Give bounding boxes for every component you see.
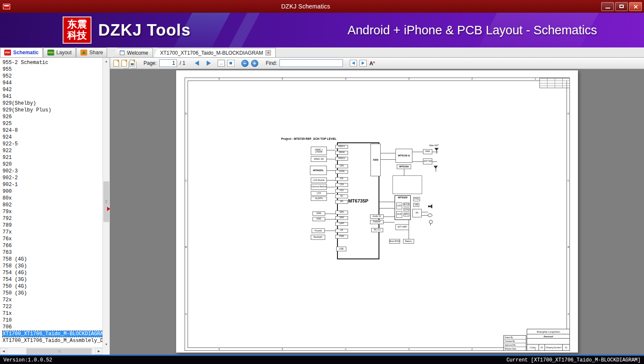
sidebar-item[interactable]: 920 (0, 161, 102, 168)
sidebar-item[interactable]: 924-8 (0, 127, 102, 134)
sidebar-item[interactable]: 750 (3G) (0, 290, 102, 297)
sidebar-list: 955-2 Schematic955952944942941929(Shelby… (0, 58, 102, 347)
wire (384, 222, 395, 222)
sidebar-item[interactable]: XT1700_XT1706_Taido_M_Assmblely_Drawin (0, 337, 102, 344)
headset-icon (428, 220, 433, 226)
find-input[interactable] (279, 59, 343, 67)
copy-region-icon[interactable] (130, 60, 135, 67)
current-file-text: Current [XT1700_XT1706_Taido_M-BLOCKDIAG… (506, 357, 641, 363)
sidebar-item[interactable]: 763 (0, 249, 102, 256)
copy-image-icon[interactable] (113, 60, 119, 67)
match-case-icon[interactable]: Aa (369, 61, 375, 66)
sidebar-item[interactable]: 710 (0, 317, 102, 324)
schematic-sidebar: 955-2 Schematic955952944942941929(Shelby… (0, 58, 110, 355)
sidebar-item[interactable]: 792 (0, 215, 102, 222)
sidebar-item[interactable]: 924 (0, 134, 102, 141)
find-previous-icon[interactable] (350, 60, 357, 67)
mt6158-block: MT6158 & (395, 149, 412, 163)
sidebar-item[interactable]: 758 (4G) (0, 256, 102, 263)
next-page-icon[interactable] (207, 61, 211, 66)
sidebar-item[interactable]: 80x (0, 195, 102, 202)
sidebar-item[interactable]: 941 (0, 93, 102, 100)
sidebar-item[interactable]: 929(Shelby) (0, 100, 102, 107)
sidebar-item[interactable]: 921 (0, 154, 102, 161)
sidebar-item[interactable]: 955 (0, 66, 102, 73)
scroll-right-icon[interactable]: ▶ (95, 348, 102, 355)
title-bar: DZKJ Schematics (0, 0, 644, 13)
tab-close-icon[interactable]: × (265, 50, 271, 56)
zoom-in-icon[interactable]: + (251, 60, 258, 67)
sidebar-item[interactable]: 722 (0, 303, 102, 310)
minimize-button[interactable] (601, 2, 614, 11)
find-next-icon[interactable] (359, 60, 367, 67)
sidebar-item[interactable]: 902-2 (0, 175, 102, 181)
sidebar-item[interactable]: 766 (0, 242, 102, 249)
sidebar-item[interactable]: 754 (4G) (0, 270, 102, 276)
welcome-icon (120, 50, 124, 55)
field-checked-by: Checked By (504, 339, 526, 343)
sidebar-item[interactable]: 802 (0, 202, 102, 208)
doc-tab-welcome[interactable]: Welcome (113, 48, 153, 57)
scroll-up-icon[interactable]: ▲ (103, 58, 110, 64)
sidebar-item[interactable]: 706 (0, 324, 102, 331)
sidebar-item[interactable]: 76x (0, 236, 102, 242)
sidebar-item[interactable]: 902-3 (0, 168, 102, 175)
sidebar-item[interactable]: 789 (0, 222, 102, 229)
close-button[interactable] (629, 2, 642, 11)
sidebar-item[interactable]: 922-5 (0, 141, 102, 147)
sidebar-item[interactable]: 750 (4G) (0, 283, 102, 290)
zoom-out-icon[interactable]: − (241, 60, 249, 67)
sidebar-item[interactable]: 77x (0, 229, 102, 236)
horizontal-scroll-thumb[interactable] (26, 348, 92, 354)
sim1-block: SIM1 (312, 211, 325, 216)
sidebar-item[interactable]: 944 (0, 80, 102, 86)
sidebar-item[interactable]: 758 (3G) (0, 263, 102, 270)
copy-page-icon[interactable] (122, 60, 127, 67)
page-number-input[interactable] (159, 59, 177, 67)
doc-tab-blockdiagram[interactable]: XT1700_XT1706_Taido_M-BLOCKDIAGRAM × (154, 48, 276, 57)
horizontal-scrollbar[interactable]: ◀ ▶ (0, 347, 102, 355)
sidebar-item[interactable]: 71x (0, 310, 102, 317)
size-cell: A0 (539, 345, 545, 350)
sidebar-item[interactable]: 754 (3G) (0, 276, 102, 283)
prev-page-icon[interactable] (195, 61, 199, 66)
maximize-button[interactable] (615, 2, 628, 11)
sidebar-item[interactable]: 900 (0, 188, 102, 195)
tab-layout[interactable]: PADS Layout (43, 47, 76, 57)
sidebar-item[interactable]: 925 (0, 120, 102, 127)
tab-schematic-label: Schematic (13, 50, 39, 56)
scroll-down-icon[interactable]: ▼ (103, 341, 110, 347)
ctp-block: CTP (311, 191, 327, 196)
div-antenna (434, 166, 438, 172)
wire (379, 153, 395, 153)
sidebar-item[interactable]: 952 (0, 73, 102, 80)
fit-width-icon[interactable]: ↔ (218, 60, 225, 67)
maximize-icon (619, 5, 624, 8)
document-canvas[interactable]: Shanghai Longcheer Aerosol <Code> A0 <Dr… (110, 69, 644, 355)
sidebar-item[interactable]: 922 (0, 147, 102, 154)
rc-block: RC 4.1 (371, 228, 383, 232)
sidebar-item[interactable]: XT1700_XT1706_Taido_M-BLOCKDIAGRAM (0, 331, 102, 337)
msdc-block: MSDC SD (311, 156, 327, 162)
if-conn: CONN (335, 170, 348, 174)
pwrap-block: PWRAP (370, 220, 384, 224)
tab-schematic[interactable]: PDF Schematic (0, 47, 43, 57)
sidebar-item[interactable]: 926 (0, 114, 102, 120)
sidebar-item[interactable]: 929(Shelby Plus) (0, 107, 102, 114)
horizontal-scroll-track[interactable] (7, 348, 95, 355)
scroll-left-icon[interactable]: ◀ (0, 348, 7, 355)
vertical-scrollbar[interactable]: ▲ ▼ (102, 58, 110, 347)
wire (404, 169, 404, 175)
tab-share[interactable]: Share (76, 47, 107, 57)
panel-collapse-arrow[interactable] (107, 207, 110, 211)
zone-label: D (567, 112, 571, 115)
sidebar-item[interactable]: 72x (0, 297, 102, 303)
vertical-scroll-thumb[interactable] (103, 181, 109, 222)
audio3v-block: Audio 3V (370, 214, 384, 219)
wire (327, 150, 335, 150)
sidebar-item[interactable]: 902-1 (0, 181, 102, 188)
sidebar-item[interactable]: 955-2 Schematic (0, 59, 102, 66)
sidebar-item[interactable]: 79x (0, 208, 102, 215)
sidebar-item[interactable]: 942 (0, 86, 102, 93)
fit-page-icon[interactable] (227, 60, 235, 67)
